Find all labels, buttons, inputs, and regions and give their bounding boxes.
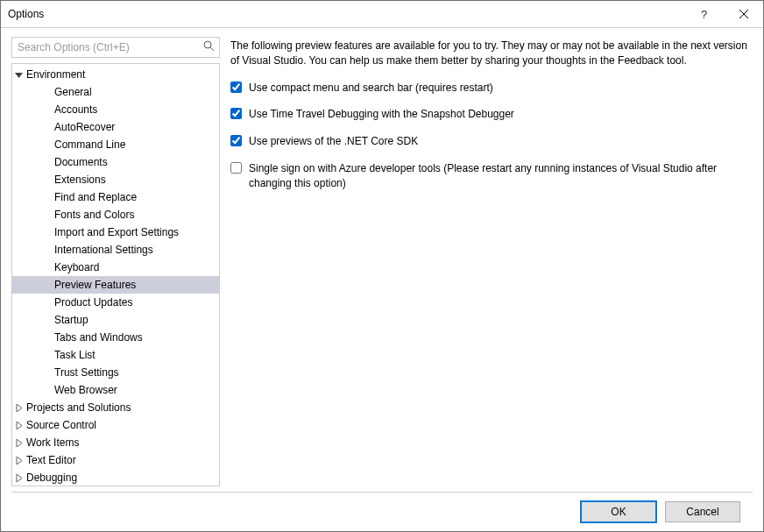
preview-option-checkbox[interactable] — [230, 135, 242, 146]
preview-options-list: Use compact menu and search bar (require… — [230, 81, 753, 191]
tree-item[interactable]: Task List — [12, 346, 219, 364]
cancel-button[interactable]: Cancel — [665, 501, 740, 522]
chevron-right-icon — [12, 422, 25, 429]
tree-item[interactable]: Work Items — [12, 434, 219, 451]
close-button[interactable] — [724, 1, 763, 27]
tree-item[interactable]: Command Line — [12, 136, 219, 153]
tree-item-label: Text Editor — [25, 451, 76, 469]
chevron-right-icon — [12, 404, 25, 412]
preview-option-checkbox[interactable] — [230, 82, 242, 93]
tree-item-label: Projects and Solutions — [25, 399, 131, 416]
tree-item-label: Keyboard — [53, 259, 99, 276]
chevron-right-icon — [12, 439, 25, 447]
preview-option-checkbox[interactable] — [230, 108, 242, 119]
tree-item-label: Task List — [53, 346, 96, 364]
preview-option-label: Use compact menu and search bar (require… — [249, 81, 493, 96]
tree-item-label: Extensions — [53, 171, 106, 188]
content-panel: The following preview features are avail… — [230, 37, 753, 486]
preview-option-label: Use Time Travel Debugging with the Snaps… — [249, 107, 514, 122]
tree-item[interactable]: Preview Features — [12, 276, 219, 294]
title-bar: Options ? — [1, 1, 763, 28]
search-wrap — [11, 37, 220, 58]
tree-item[interactable]: Tabs and Windows — [12, 329, 219, 346]
tree-item-label: Product Updates — [53, 294, 132, 311]
chevron-right-icon — [12, 474, 25, 482]
tree-item[interactable]: Startup — [12, 311, 219, 329]
tree-item-label: Fonts and Colors — [53, 206, 134, 223]
tree-item[interactable]: Trust Settings — [12, 364, 219, 381]
tree-item[interactable]: Extensions — [12, 171, 219, 188]
tree-item-label: International Settings — [53, 241, 153, 259]
tree-item-label: Documents — [53, 153, 108, 171]
preview-option-row[interactable]: Use previews of the .NET Core SDK — [230, 134, 753, 149]
preview-option-checkbox[interactable] — [230, 162, 242, 174]
tree-item[interactable]: Product Updates — [12, 294, 219, 311]
tree-item-label: AutoRecover — [53, 118, 115, 136]
intro-text: The following preview features are avail… — [230, 39, 753, 68]
chevron-right-icon — [12, 457, 25, 465]
tree-item-label: Source Control — [25, 416, 96, 434]
help-icon: ? — [701, 8, 707, 21]
preview-option-row[interactable]: Use compact menu and search bar (require… — [230, 81, 753, 96]
preview-option-row[interactable]: Single sign on with Azure developer tool… — [230, 161, 753, 191]
close-icon — [739, 10, 748, 18]
tree-item-label: Debugging — [25, 469, 77, 486]
tree-item-label: Preview Features — [53, 276, 136, 294]
tree-item[interactable]: Environment — [12, 66, 219, 83]
tree-item[interactable]: Web Browser — [12, 381, 219, 399]
tree-item-label: Web Browser — [53, 381, 117, 399]
preview-option-label: Single sign on with Azure developer tool… — [249, 161, 753, 191]
tree-item-label: General — [53, 83, 92, 101]
tree-item-label: Command Line — [53, 136, 125, 153]
tree-item[interactable]: Keyboard — [12, 259, 219, 276]
tree-container: EnvironmentGeneralAccountsAutoRecoverCom… — [11, 63, 220, 486]
options-dialog: Options ? EnvironmentGen — [0, 0, 764, 532]
tree-item[interactable]: General — [12, 83, 219, 101]
dialog-body: EnvironmentGeneralAccountsAutoRecoverCom… — [1, 28, 763, 492]
preview-option-label: Use previews of the .NET Core SDK — [249, 134, 418, 149]
tree-item-label: Tabs and Windows — [53, 329, 143, 346]
dialog-footer: OK Cancel — [11, 492, 753, 531]
tree-item[interactable]: Debugging — [12, 469, 219, 486]
window-title: Options — [8, 8, 684, 20]
tree-item[interactable]: Documents — [12, 153, 219, 171]
tree-item-label: Import and Export Settings — [53, 223, 179, 241]
tree-item[interactable]: AutoRecover — [12, 118, 219, 136]
tree-item-label: Work Items — [25, 434, 79, 451]
tree-item[interactable]: Projects and Solutions — [12, 399, 219, 416]
tree-item[interactable]: International Settings — [12, 241, 219, 259]
tree-item[interactable]: Text Editor — [12, 451, 219, 469]
tree-item[interactable]: Source Control — [12, 416, 219, 434]
chevron-down-icon — [12, 71, 25, 79]
tree-item-label: Environment — [25, 66, 85, 83]
options-tree: EnvironmentGeneralAccountsAutoRecoverCom… — [12, 64, 219, 486]
left-panel: EnvironmentGeneralAccountsAutoRecoverCom… — [11, 37, 220, 486]
tree-item[interactable]: Accounts — [12, 101, 219, 118]
tree-scroll[interactable]: EnvironmentGeneralAccountsAutoRecoverCom… — [12, 64, 219, 486]
tree-item-label: Trust Settings — [53, 364, 119, 381]
tree-item[interactable]: Fonts and Colors — [12, 206, 219, 223]
tree-item[interactable]: Find and Replace — [12, 188, 219, 206]
tree-item[interactable]: Import and Export Settings — [12, 223, 219, 241]
search-input[interactable] — [11, 37, 220, 58]
preview-option-row[interactable]: Use Time Travel Debugging with the Snaps… — [230, 107, 753, 122]
ok-button[interactable]: OK — [581, 501, 656, 522]
tree-item-label: Startup — [53, 311, 88, 329]
tree-item-label: Accounts — [53, 101, 97, 118]
help-button[interactable]: ? — [684, 1, 724, 27]
tree-item-label: Find and Replace — [53, 188, 137, 206]
